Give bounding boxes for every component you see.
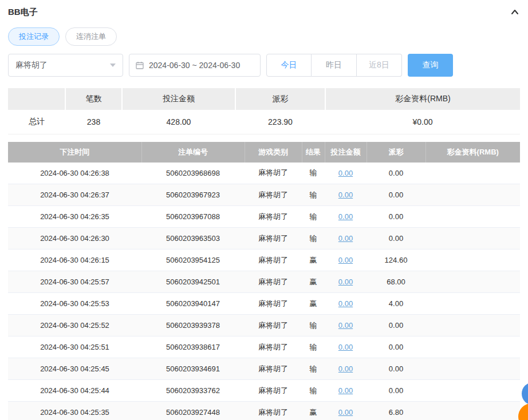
- bet-time-cell: 2024-06-30 04:25:44: [8, 380, 141, 402]
- bet-amount-cell: 0.00: [325, 402, 367, 420]
- result-cell: 输: [302, 336, 325, 358]
- result-cell: 赢: [302, 249, 325, 271]
- bet-amount-link[interactable]: 0.00: [338, 386, 353, 395]
- col-game-type: 游戏类别: [245, 142, 302, 163]
- game-type-cell: 麻将胡了: [245, 228, 302, 249]
- result-cell: 赢: [302, 271, 325, 293]
- bet-amount-link[interactable]: 0.00: [338, 321, 353, 330]
- order-id-cell: 5060203927448: [141, 402, 245, 420]
- bet-amount-link[interactable]: 0.00: [338, 343, 353, 351]
- game-select[interactable]: 麻将胡了: [8, 54, 123, 77]
- game-type-cell: 麻将胡了: [245, 206, 302, 228]
- bet-amount-link[interactable]: 0.00: [338, 299, 353, 308]
- summary-header-bet-amount: 投注金额: [122, 88, 235, 110]
- table-row: 2024-06-30 04:25:57 5060203942501 麻将胡了 赢…: [8, 271, 520, 293]
- game-type-cell: 麻将胡了: [245, 402, 302, 420]
- result-cell: 输: [302, 206, 325, 228]
- game-type-cell: 麻将胡了: [245, 271, 302, 293]
- summary-total-payout: 223.90: [235, 110, 325, 134]
- quick-today-button[interactable]: 今日: [266, 54, 312, 77]
- bet-time-cell: 2024-06-30 04:26:15: [8, 249, 141, 271]
- bet-amount-cell: 0.00: [325, 163, 367, 184]
- bet-amount-link[interactable]: 0.00: [338, 169, 353, 177]
- bonus-cell: [425, 206, 520, 228]
- table-row: 2024-06-30 04:26:30 5060203963503 麻将胡了 输…: [8, 228, 520, 249]
- table-row: 2024-06-30 04:25:35 5060203927448 麻将胡了 赢…: [8, 402, 520, 420]
- order-id-cell: 5060203968698: [141, 163, 245, 184]
- bet-time-cell: 2024-06-30 04:25:57: [8, 271, 141, 293]
- bet-amount-cell: 0.00: [325, 228, 367, 249]
- bet-time-cell: 2024-06-30 04:26:38: [8, 163, 141, 184]
- bet-amount-link[interactable]: 0.00: [338, 278, 353, 286]
- game-type-cell: 麻将胡了: [245, 358, 302, 380]
- summary-table: 笔数 投注金额 派彩 彩金资料(RMB) 总计 238 428.00 223.9…: [8, 88, 520, 134]
- game-type-cell: 麻将胡了: [245, 315, 302, 336]
- bet-time-cell: 2024-06-30 04:25:35: [8, 402, 141, 420]
- bet-amount-cell: 0.00: [325, 271, 367, 293]
- query-button[interactable]: 查询: [408, 54, 453, 77]
- date-range-picker[interactable]: 2024-06-30 ~ 2024-06-30: [129, 54, 261, 77]
- bet-amount-link[interactable]: 0.00: [338, 212, 353, 221]
- bet-amount-link[interactable]: 0.00: [338, 408, 353, 417]
- chevron-up-icon[interactable]: [510, 8, 520, 16]
- col-payout: 派彩: [367, 142, 425, 163]
- payout-cell: 0.00: [367, 380, 425, 402]
- tab-combo-cancel-orders[interactable]: 连消注单: [65, 27, 117, 46]
- order-id-cell: 5060203934691: [141, 358, 245, 380]
- game-type-cell: 麻将胡了: [245, 293, 302, 315]
- col-bonus: 彩金资料(RMB): [425, 142, 520, 163]
- bet-amount-cell: 0.00: [325, 249, 367, 271]
- bonus-cell: [425, 402, 520, 420]
- order-id-cell: 5060203940147: [141, 293, 245, 315]
- summary-total-row: 总计 238 428.00 223.90 ¥0.00: [8, 110, 520, 134]
- game-type-cell: 麻将胡了: [245, 184, 302, 206]
- floating-chat-button[interactable]: [522, 382, 528, 405]
- payout-cell: 0.00: [367, 206, 425, 228]
- payout-cell: 0.00: [367, 358, 425, 380]
- bet-time-cell: 2024-06-30 04:25:53: [8, 293, 141, 315]
- bet-amount-cell: 0.00: [325, 206, 367, 228]
- col-order-id: 注单编号: [141, 142, 245, 163]
- result-cell: 输: [302, 163, 325, 184]
- bet-time-cell: 2024-06-30 04:25:52: [8, 315, 141, 336]
- bonus-cell: [425, 293, 520, 315]
- table-row: 2024-06-30 04:26:38 5060203968698 麻将胡了 输…: [8, 163, 520, 184]
- result-cell: 输: [302, 184, 325, 206]
- bonus-cell: [425, 184, 520, 206]
- records-tbody: 2024-06-30 04:26:38 5060203968698 麻将胡了 输…: [8, 163, 520, 420]
- bet-amount-cell: 0.00: [325, 293, 367, 315]
- payout-cell: 4.00: [367, 293, 425, 315]
- chevron-down-icon: [110, 64, 116, 67]
- summary-total-bonus: ¥0.00: [325, 110, 520, 134]
- summary-header-blank: [8, 88, 65, 110]
- quick-date-group: 今日 昨日 近8日: [266, 54, 402, 77]
- page-title: BB电子: [8, 7, 38, 18]
- bet-time-cell: 2024-06-30 04:26:30: [8, 228, 141, 249]
- order-id-cell: 5060203967923: [141, 184, 245, 206]
- bet-amount-cell: 0.00: [325, 184, 367, 206]
- result-cell: 输: [302, 358, 325, 380]
- order-id-cell: 5060203963503: [141, 228, 245, 249]
- payout-cell: 0.00: [367, 228, 425, 249]
- summary-total-label: 总计: [8, 110, 65, 134]
- table-row: 2024-06-30 04:25:45 5060203934691 麻将胡了 输…: [8, 358, 520, 380]
- order-id-cell: 5060203967088: [141, 206, 245, 228]
- bet-amount-link[interactable]: 0.00: [338, 191, 353, 199]
- result-cell: 输: [302, 380, 325, 402]
- result-cell: 输: [302, 228, 325, 249]
- summary-total-count: 238: [65, 110, 122, 134]
- quick-last8days-button[interactable]: 近8日: [357, 54, 402, 77]
- tab-bet-records[interactable]: 投注记录: [8, 27, 60, 46]
- bonus-cell: [425, 380, 520, 402]
- table-row: 2024-06-30 04:26:37 5060203967923 麻将胡了 输…: [8, 184, 520, 206]
- bet-amount-link[interactable]: 0.00: [338, 234, 353, 243]
- bet-time-cell: 2024-06-30 04:25:45: [8, 358, 141, 380]
- bet-amount-link[interactable]: 0.00: [338, 364, 353, 373]
- col-bet-time: 下注时间: [8, 142, 141, 163]
- quick-yesterday-button[interactable]: 昨日: [312, 54, 357, 77]
- summary-header-count: 笔数: [65, 88, 122, 110]
- order-id-cell: 5060203954125: [141, 249, 245, 271]
- bet-amount-link[interactable]: 0.00: [338, 256, 353, 264]
- payout-cell: 0.00: [367, 315, 425, 336]
- bonus-cell: [425, 358, 520, 380]
